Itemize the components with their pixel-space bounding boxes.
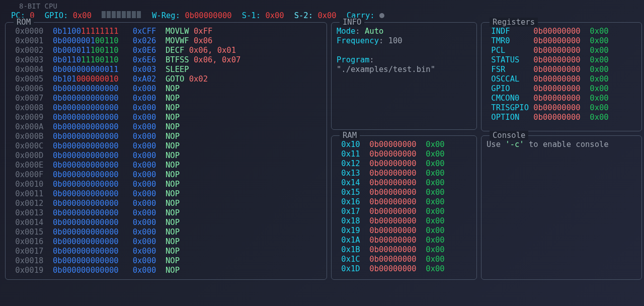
console-title: Console (490, 131, 528, 140)
rom-mnemonic: NOP (166, 266, 180, 275)
rom-mnemonic: NOP (166, 218, 180, 227)
carry-dot-icon (379, 13, 384, 18)
rom-row: 0x0011 0b000000000000 0x000 NOP (11, 189, 321, 199)
rom-addr: 0x0016 (15, 237, 43, 246)
ram-hex: 0x00 (426, 197, 444, 206)
register-row: FSR 0b00000000 0x00 (487, 65, 636, 74)
reg-hex: 0x00 (590, 113, 608, 122)
mode-label: Mode (337, 27, 355, 36)
ram-row: 0x1B 0b00000000 0x00 (337, 245, 471, 255)
reg-bin: 0b00000000 (533, 84, 580, 93)
reg-hex: 0x00 (590, 103, 608, 112)
rom-row: 0x0004 0b000000000011 0x003 SLEEP (11, 65, 321, 74)
ram-row: 0x12 0b00000000 0x00 (337, 159, 471, 169)
rom-addr: 0x0017 (15, 247, 43, 256)
rom-mnemonic: NOP (166, 132, 180, 141)
rom-addr: 0x0008 (15, 103, 43, 112)
rom-mnemonic: DECF (166, 46, 184, 55)
info-panel: INFO Mode: Auto Frequency: 100 Program: … (331, 22, 477, 130)
reg-bin: 0b00000000 (533, 55, 580, 64)
ram-hex: 0x00 (426, 178, 444, 187)
console-panel: Console Use '-c' to enable console (481, 135, 642, 280)
registers-title: Registers (490, 18, 538, 27)
rom-hex: 0x000 (133, 199, 156, 208)
ram-bin: 0b00000000 (369, 255, 416, 264)
ram-row: 0x11 0b00000000 0x00 (337, 149, 471, 159)
info-title: INFO (340, 18, 364, 27)
reg-bin: 0b00000000 (533, 74, 580, 84)
rom-row: 0x0017 0b000000000000 0x000 NOP (11, 247, 321, 256)
ram-bin: 0b00000000 (369, 226, 416, 235)
ram-bin: 0b00000000 (369, 197, 416, 206)
rom-mnemonic: GOTO (166, 74, 184, 84)
ram-row: 0x1D 0b00000000 0x00 (337, 264, 471, 274)
ram-row: 0x10 0b00000000 0x00 (337, 140, 471, 149)
ram-hex: 0x00 (426, 226, 444, 235)
ram-addr: 0x10 (341, 140, 360, 149)
gpio-field: GPIO: 0x00 (45, 11, 92, 20)
reg-hex: 0x00 (590, 46, 608, 55)
rom-mnemonic: BTFSS (166, 55, 189, 64)
gpio-bar (102, 11, 106, 18)
rom-mnemonic: NOP (166, 237, 180, 246)
rom-hex: 0x000 (133, 94, 156, 103)
ram-bin: 0b00000000 (369, 207, 416, 216)
rom-mnemonic: NOP (166, 94, 180, 103)
ram-bin: 0b00000000 (369, 140, 416, 149)
rom-hex: 0x000 (133, 103, 156, 112)
rom-addr: 0x0012 (15, 199, 43, 208)
rom-row: 0x0000 0b110011111111 0xCFF MOVLW 0xFF (11, 27, 321, 36)
rom-row: 0x0009 0b000000000000 0x000 NOP (11, 113, 321, 122)
reg-hex: 0x00 (590, 55, 608, 64)
rom-mnemonic: NOP (166, 208, 180, 217)
register-row: GPIO 0b00000000 0x00 (487, 84, 636, 94)
rom-hex: 0x000 (133, 113, 156, 122)
ram-bin: 0b00000000 (369, 264, 416, 273)
rom-hex: 0x000 (133, 266, 156, 275)
ram-addr: 0x1C (341, 255, 360, 264)
ram-bin: 0b00000000 (369, 159, 416, 168)
rom-row: 0x000C 0b000000000000 0x000 NOP (11, 141, 321, 151)
reg-name: INDF (491, 27, 533, 36)
rom-mnemonic: NOP (166, 256, 180, 265)
reg-name: OPTION (491, 113, 533, 122)
rom-hex: 0x000 (133, 227, 156, 237)
reg-bin: 0b00000000 (533, 94, 580, 103)
ram-addr: 0x1D (341, 264, 360, 273)
ram-hex: 0x00 (426, 169, 444, 178)
ram-hex: 0x00 (426, 255, 444, 264)
rom-row: 0x000A 0b000000000000 0x000 NOP (11, 122, 321, 132)
rom-row: 0x000B 0b000000000000 0x000 NOP (11, 132, 321, 141)
rom-addr: 0x0009 (15, 113, 43, 122)
reg-name: OSCCAL (491, 74, 533, 84)
ram-bin: 0b00000000 (369, 178, 416, 187)
ram-addr: 0x14 (341, 178, 360, 187)
ram-bin: 0b00000000 (369, 245, 416, 254)
rom-mnemonic: NOP (166, 122, 180, 131)
reg-bin: 0b00000000 (533, 65, 580, 74)
rom-hex: 0x000 (133, 132, 156, 141)
rom-row: 0x0019 0b000000000000 0x000 NOP (11, 266, 321, 275)
rom-title: ROM (14, 18, 34, 27)
ram-hex: 0x00 (426, 188, 444, 197)
wreg-field: W-Reg: 0b00000000 (152, 11, 232, 20)
rom-row: 0x000D 0b000000000000 0x000 NOP (11, 151, 321, 161)
ram-bin: 0b00000000 (369, 188, 416, 197)
rom-mnemonic: NOP (166, 113, 180, 122)
rom-row: 0x0008 0b000000000000 0x000 NOP (11, 103, 321, 113)
rom-row: 0x0007 0b000000000000 0x000 NOP (11, 94, 321, 103)
program-label: Program (337, 55, 369, 64)
reg-name: STATUS (491, 55, 533, 64)
ram-addr: 0x19 (341, 226, 360, 235)
ram-row: 0x19 0b00000000 0x00 (337, 226, 471, 236)
rom-hex: 0x003 (133, 65, 156, 74)
register-row: TMR0 0b00000000 0x00 (487, 36, 636, 46)
rom-mnemonic: MOVLW (166, 27, 189, 36)
rom-hex: 0x000 (133, 141, 156, 150)
reg-hex: 0x00 (590, 84, 608, 93)
gpio-bar (112, 11, 116, 18)
ram-row: 0x14 0b00000000 0x00 (337, 178, 471, 188)
rom-mnemonic: NOP (166, 247, 180, 256)
gpio-bar (127, 11, 131, 18)
gpio-bar (117, 11, 121, 18)
